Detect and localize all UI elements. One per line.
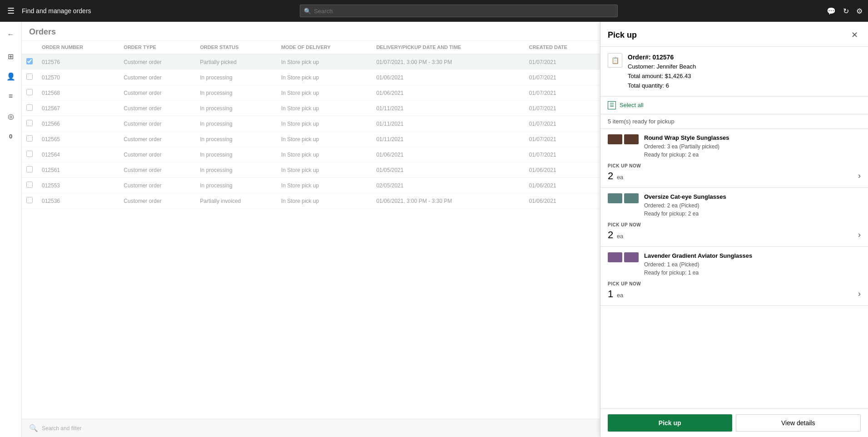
product-ordered: Ordered: 3 ea (Partially picked) [644,142,861,151]
chevron-right-icon[interactable]: › [858,230,861,240]
product-img-2 [624,193,639,203]
panel-title: Pick up [608,30,637,40]
content-area: Orders ORDER NUMBER ORDER TYPE ORDER STA… [22,22,868,437]
product-images [608,134,639,144]
search-input[interactable] [314,8,614,15]
search-icon: 🔍 [304,8,311,15]
product-name: Oversize Cat-eye Sunglasses [644,193,861,200]
select-all-checkbox[interactable]: ☰ [608,101,616,109]
sidebar-item-circle[interactable]: ◎ [2,107,20,125]
order-customer: Customer: Jennifer Beach [628,62,696,72]
pickup-qty-display: 1 ea [608,288,623,300]
product-item: Lavender Gradient Aviator Sunglasses Ord… [600,247,868,306]
pickup-section: PICK UP NOW 1 ea › [608,281,861,300]
product-img-1 [608,134,622,144]
topbar-action-icons: 💬 ↻ ⚙ [827,7,863,15]
product-ready: Ready for pickup: 2 ea [644,151,861,159]
product-top: Lavender Gradient Aviator Sunglasses Ord… [608,252,861,277]
sidebar-item-list[interactable]: ≡ [2,87,20,105]
product-item: Round Wrap Style Sunglasses Ordered: 3 e… [600,129,868,188]
panel-header: Pick up ✕ [600,22,868,47]
pickup-qty: 2 [608,229,613,241]
order-total-amount: Total amount: $1,426.43 [628,72,696,81]
app-title: Find and manage orders [22,7,91,15]
view-details-button[interactable]: View details [736,414,861,432]
product-info: Lavender Gradient Aviator Sunglasses Ord… [644,252,861,277]
panel-items: Round Wrap Style Sunglasses Ordered: 3 e… [600,129,868,408]
product-item: Oversize Cat-eye Sunglasses Ordered: 2 e… [600,188,868,247]
hamburger-icon[interactable]: ☰ [5,6,16,16]
product-name: Round Wrap Style Sunglasses [644,134,861,141]
product-img-2 [624,252,639,262]
pickup-qty-row: 2 ea › [608,229,861,241]
order-icon: 📋 [608,53,622,68]
product-images [608,193,639,203]
select-all-row[interactable]: ☰ Select all [600,97,868,114]
chevron-right-icon[interactable]: › [858,171,861,181]
sidebar: ← ⊞ 👤 ≡ ◎ 0 [0,22,22,437]
product-images [608,252,639,262]
chevron-right-icon[interactable]: › [858,289,861,299]
back-button[interactable]: ← [2,25,20,44]
product-ordered: Ordered: 1 ea (Picked) [644,260,861,269]
select-all-label[interactable]: Select all [620,102,644,108]
product-ready: Ready for pickup: 2 ea [644,210,861,218]
pickup-qty-display: 2 ea [608,170,623,182]
pickup-unit: ea [617,233,623,240]
product-top: Round Wrap Style Sunglasses Ordered: 3 e… [608,134,861,159]
refresh-icon[interactable]: ↻ [843,7,849,15]
pickup-panel: Pick up ✕ 📋 Order#: 012576 Customer: Jen… [600,22,868,437]
product-info: Oversize Cat-eye Sunglasses Ordered: 2 e… [644,193,861,218]
items-ready-label: 5 item(s) ready for pickup [600,114,868,129]
pickup-qty-row: 2 ea › [608,170,861,182]
pickup-unit: ea [617,292,623,299]
panel-order-info: 📋 Order#: 012576 Customer: Jennifer Beac… [600,47,868,97]
product-img-2 [624,134,639,144]
pickup-now-label: PICK UP NOW [608,281,861,286]
product-top: Oversize Cat-eye Sunglasses Ordered: 2 e… [608,193,861,218]
pickup-button[interactable]: Pick up [608,414,732,432]
pickup-section: PICK UP NOW 2 ea › [608,222,861,241]
pickup-now-label: PICK UP NOW [608,222,861,227]
sidebar-item-person[interactable]: 👤 [2,67,20,85]
order-total-quantity: Total quantity: 6 [628,81,696,91]
product-img-1 [608,252,622,262]
product-info: Round Wrap Style Sunglasses Ordered: 3 e… [644,134,861,159]
sidebar-item-zero[interactable]: 0 [2,127,20,145]
panel-footer: Pick up View details [600,408,868,437]
pickup-unit: ea [617,174,623,181]
pickup-qty-row: 1 ea › [608,288,861,300]
overlay-background [22,22,600,437]
pickup-section: PICK UP NOW 2 ea › [608,163,861,182]
product-ready: Ready for pickup: 1 ea [644,269,861,277]
pickup-now-label: PICK UP NOW [608,163,861,168]
settings-icon[interactable]: ⚙ [856,7,863,15]
topbar: ☰ Find and manage orders 🔍 💬 ↻ ⚙ [0,0,868,22]
sidebar-item-home[interactable]: ⊞ [2,47,20,65]
order-info-text: Order#: 012576 Customer: Jennifer Beach … [628,52,696,91]
main-layout: ← ⊞ 👤 ≡ ◎ 0 Orders ORDER NUMBER ORDER TY… [0,22,868,437]
chat-icon[interactable]: 💬 [827,7,836,15]
search-bar[interactable]: 🔍 [300,5,618,17]
close-button[interactable]: ✕ [848,29,861,41]
order-number: Order#: 012576 [628,52,696,62]
product-ordered: Ordered: 2 ea (Picked) [644,201,861,210]
pickup-qty-display: 2 ea [608,229,623,241]
pickup-qty: 1 [608,288,613,300]
product-name: Lavender Gradient Aviator Sunglasses [644,252,861,259]
product-img-1 [608,193,622,203]
pickup-qty: 2 [608,170,613,182]
